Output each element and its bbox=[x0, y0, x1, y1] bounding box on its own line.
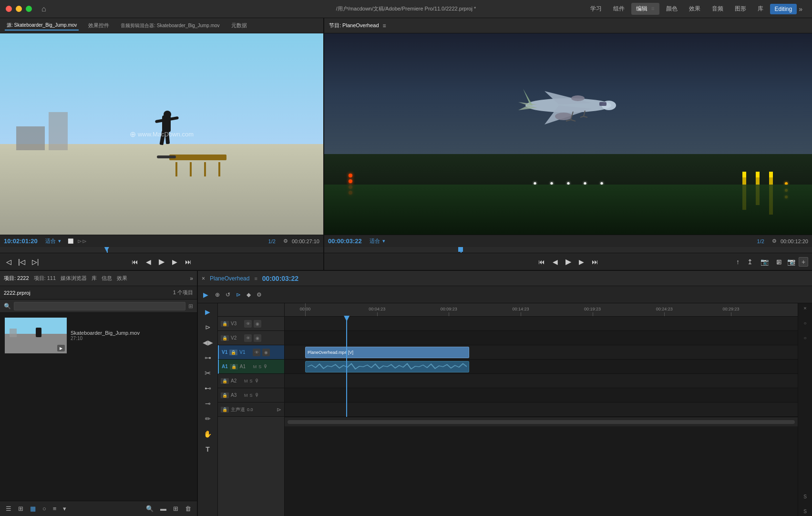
a3-lock[interactable]: 🔒 bbox=[221, 392, 229, 398]
project-new-item[interactable]: ⊞ bbox=[171, 504, 180, 513]
project-sort[interactable]: ≡ bbox=[51, 504, 59, 513]
v3-lock[interactable]: 🔒 bbox=[221, 321, 229, 327]
source-playhead-thumb[interactable] bbox=[104, 247, 109, 252]
source-icon2[interactable]: ⊳⊳ bbox=[77, 238, 87, 245]
source-settings-icon[interactable]: ⚙ bbox=[283, 238, 288, 244]
project-icon-view[interactable]: ⊞ bbox=[16, 504, 25, 513]
timeline-panel-icon[interactable]: × bbox=[202, 275, 205, 282]
program-fit-label[interactable]: 适合 ▾ bbox=[370, 237, 385, 245]
program-goto-out[interactable]: ⏭ bbox=[589, 257, 601, 267]
nav-editing[interactable]: Editing bbox=[770, 4, 797, 14]
program-step-back[interactable]: ◀ bbox=[550, 257, 560, 267]
right-panel-close[interactable]: × bbox=[803, 305, 806, 311]
project-expand-icon[interactable]: » bbox=[190, 275, 193, 282]
a1-mute[interactable]: M bbox=[253, 364, 257, 369]
project-free-view[interactable]: ○ bbox=[41, 504, 48, 513]
right-panel-icon3[interactable]: S bbox=[803, 494, 807, 499]
tl-tool5[interactable]: ⚙ bbox=[255, 290, 263, 299]
more-nav-icon[interactable]: » bbox=[799, 5, 802, 13]
tool-rolling[interactable]: ◀▶ bbox=[201, 336, 215, 349]
nav-learn[interactable]: 学习 bbox=[586, 3, 606, 15]
metadata-tab[interactable]: 元数据 bbox=[229, 21, 249, 30]
media-thumb[interactable]: ▶ bbox=[5, 318, 67, 353]
v2-lock[interactable]: 🔒 bbox=[221, 335, 229, 341]
maximize-button[interactable] bbox=[26, 6, 32, 12]
program-mark-out[interactable]: |◁ bbox=[16, 257, 28, 267]
project-list-view[interactable]: ☰ bbox=[4, 504, 13, 513]
master-end[interactable]: ⊳ bbox=[277, 406, 281, 413]
tl-tool4[interactable]: ◆ bbox=[245, 290, 252, 299]
nav-effects[interactable]: 效果 bbox=[684, 3, 705, 15]
video-clip[interactable]: PlaneOverhead.mp4 [V] bbox=[305, 347, 469, 358]
program-extract[interactable]: ↥ bbox=[745, 257, 755, 267]
source-goto-out[interactable]: ⏭ bbox=[183, 257, 194, 267]
a2-mic[interactable]: 🎙 bbox=[255, 378, 259, 383]
tl-play-btn[interactable]: ▶ bbox=[201, 289, 211, 300]
nav-audio[interactable]: 音频 bbox=[707, 3, 728, 15]
program-goto-in[interactable]: ⏮ bbox=[536, 257, 547, 267]
project-search2[interactable]: 🔍 bbox=[144, 504, 155, 513]
v1-mute[interactable]: ◉ bbox=[262, 349, 270, 356]
program-icon1[interactable]: ⊞ bbox=[774, 257, 784, 267]
nav-color[interactable]: 颜色 bbox=[661, 3, 682, 15]
source-goto-in[interactable]: ⏮ bbox=[129, 257, 141, 267]
v1-lock[interactable]: 🔒 bbox=[229, 350, 237, 355]
a3-solo[interactable]: S bbox=[250, 393, 253, 398]
v2-mute[interactable]: ◉ bbox=[254, 334, 261, 342]
master-lock[interactable]: 🔒 bbox=[221, 407, 229, 413]
tool-rate[interactable]: ⊶ bbox=[201, 351, 215, 364]
a2-solo[interactable]: S bbox=[250, 379, 253, 383]
audio-clip[interactable] bbox=[305, 361, 469, 372]
project-search-icon2[interactable]: ⊞ bbox=[188, 303, 193, 310]
minimize-button[interactable] bbox=[16, 6, 22, 12]
program-camera[interactable]: 📷 bbox=[758, 257, 771, 267]
a1-mic[interactable]: 🎙 bbox=[263, 364, 268, 369]
source-play-btn[interactable]: ▶ bbox=[156, 256, 167, 268]
tl-tool1[interactable]: ⊕ bbox=[214, 290, 221, 299]
source-icon1[interactable]: ⬜ bbox=[68, 238, 73, 244]
tool-hand[interactable]: ✋ bbox=[201, 427, 215, 441]
project-trash[interactable]: 🗑 bbox=[183, 504, 193, 513]
tl-tool2[interactable]: ↺ bbox=[224, 290, 232, 299]
program-menu-icon[interactable]: ≡ bbox=[383, 22, 386, 29]
program-icon2[interactable]: ⊟ bbox=[787, 257, 798, 267]
source-step-fwd[interactable]: ▶ bbox=[170, 257, 180, 267]
timeline-playhead[interactable] bbox=[346, 317, 347, 417]
nav-assembly[interactable]: 组件 bbox=[608, 3, 629, 15]
a2-mute[interactable]: M bbox=[244, 379, 248, 383]
a1-solo[interactable]: S bbox=[258, 364, 261, 369]
project-tab-info[interactable]: 信息 bbox=[102, 275, 112, 282]
v1-eye[interactable]: 👁 bbox=[253, 349, 260, 356]
project-tab-lib[interactable]: 库 bbox=[92, 275, 97, 282]
tool-pen[interactable]: ✏ bbox=[201, 412, 215, 425]
tool-razor[interactable]: ✂ bbox=[201, 366, 215, 380]
tl-tool3[interactable]: ⊳ bbox=[235, 290, 242, 299]
home-icon[interactable]: ⌂ bbox=[41, 5, 46, 13]
program-play-btn[interactable]: ▶ bbox=[563, 256, 574, 268]
close-button[interactable] bbox=[6, 6, 12, 12]
a2-lock[interactable]: 🔒 bbox=[221, 378, 229, 384]
audio-mixer-tab[interactable]: 音频剪辑混合器: Skateboarder_Big_Jump.mov bbox=[119, 21, 221, 30]
program-mark-in[interactable]: ◁ bbox=[4, 257, 14, 267]
program-scrub-bar[interactable] bbox=[324, 247, 812, 253]
a3-mute[interactable]: M bbox=[244, 393, 248, 398]
nav-graphics[interactable]: 图形 bbox=[730, 3, 751, 15]
program-lift[interactable]: ↑ bbox=[734, 257, 742, 267]
nav-library[interactable]: 库 bbox=[753, 3, 768, 15]
right-panel-icon1[interactable]: ○ bbox=[803, 320, 806, 326]
source-tab[interactable]: 源: Skateboarder_Big_Jump.mov bbox=[5, 21, 79, 31]
tool-type[interactable]: T bbox=[201, 443, 215, 456]
source-step-back[interactable]: ◀ bbox=[144, 257, 154, 267]
right-panel-icon2[interactable]: ○ bbox=[803, 335, 806, 341]
project-tab-count[interactable]: 项目: 111 bbox=[34, 275, 56, 282]
project-tab-effects[interactable]: 效果 bbox=[117, 275, 127, 282]
timeline-h-scrollbar[interactable] bbox=[288, 420, 795, 424]
project-bin[interactable]: ▬ bbox=[158, 504, 168, 513]
program-settings-icon[interactable]: ⚙ bbox=[772, 238, 777, 244]
effects-ctrl-tab[interactable]: 效果控件 bbox=[86, 21, 111, 30]
program-step-fwd[interactable]: ▶ bbox=[576, 257, 586, 267]
project-tab-media[interactable]: 媒体浏览器 bbox=[61, 275, 87, 282]
tool-select[interactable]: ▶ bbox=[201, 305, 215, 319]
tool-slip[interactable]: ⊷ bbox=[201, 382, 215, 395]
project-sort-btn2[interactable]: ▾ bbox=[61, 504, 68, 513]
